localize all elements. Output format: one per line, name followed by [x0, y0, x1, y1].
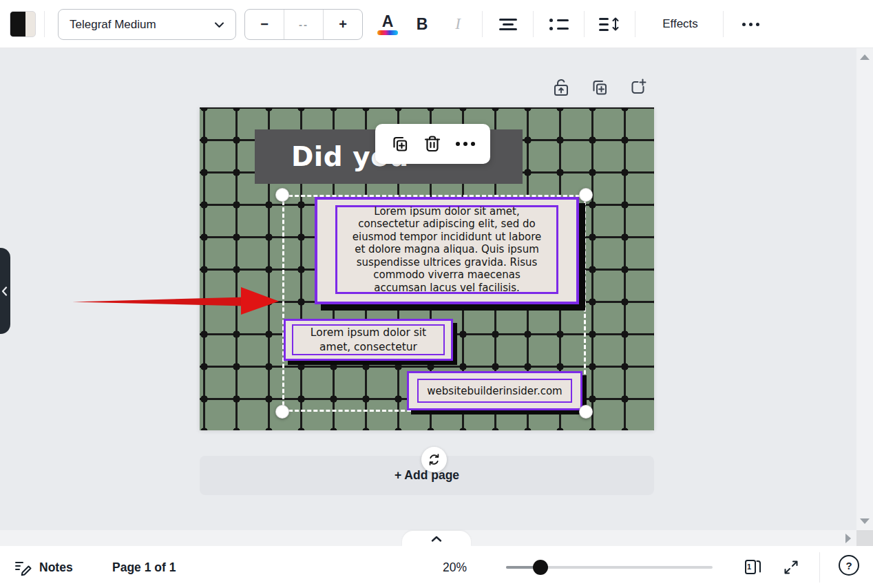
notes-icon: [14, 558, 32, 576]
notes-button[interactable]: Notes: [14, 554, 73, 580]
scroll-down-icon[interactable]: [860, 518, 870, 524]
help-button[interactable]: ?: [839, 555, 859, 576]
font-size-stepper: − -- +: [244, 9, 363, 40]
website-text-box[interactable]: websitebuilderinsider.com: [407, 371, 582, 410]
scroll-up-icon[interactable]: [860, 54, 870, 60]
paragraph-text-box[interactable]: Lorem ipsum dolor sit amet, consectetur …: [315, 197, 579, 304]
vertical-arrows-icon: [612, 16, 619, 32]
rotate-handle[interactable]: [421, 447, 447, 472]
toolbar-divider: [584, 11, 585, 37]
toolbar-more-button[interactable]: [734, 10, 767, 39]
zoom-slider-thumb[interactable]: [533, 560, 548, 575]
effects-button[interactable]: Effects: [646, 10, 715, 39]
duplicate-element-button[interactable]: [388, 132, 412, 156]
italic-button[interactable]: I: [448, 10, 468, 39]
toolbar-divider: [482, 11, 483, 37]
paragraph-inner-frame: Lorem ipsum dolor sit amet, consectetur …: [335, 205, 558, 294]
toolbar-divider: [533, 11, 534, 37]
selection-handle-bottom-left[interactable]: [275, 405, 289, 419]
fullscreen-button[interactable]: [777, 553, 806, 582]
text-color-swatch-button[interactable]: [10, 11, 36, 37]
status-bar: Notes Page 1 of 1 20% 1 ?: [0, 546, 873, 588]
timeline-expand-tab[interactable]: [402, 531, 471, 547]
text-align-button[interactable]: [496, 10, 520, 39]
page-actions: [551, 77, 649, 98]
text-color-letter: A: [382, 14, 394, 29]
element-context-toolbar: [375, 124, 490, 164]
chevron-down-icon: [214, 21, 224, 28]
selection-handle-top-right[interactable]: [579, 188, 593, 202]
scroll-right-icon[interactable]: [845, 534, 851, 543]
chevron-up-icon: [431, 536, 442, 543]
bullet-list-button[interactable]: [547, 10, 571, 39]
font-size-input[interactable]: --: [284, 10, 324, 39]
scrollbar-corner: [856, 530, 873, 546]
website-inner-frame: websitebuilderinsider.com: [417, 379, 572, 403]
element-more-button[interactable]: [454, 132, 477, 156]
selection-handle-bottom-right[interactable]: [579, 405, 593, 419]
bold-button[interactable]: B: [412, 10, 432, 39]
lock-button[interactable]: [551, 77, 571, 98]
selection-handle-top-left[interactable]: [275, 188, 289, 202]
rainbow-gradient-bar: [377, 30, 398, 35]
font-size-increase-button[interactable]: +: [324, 10, 362, 39]
page-count-label: Page 1 of 1: [112, 554, 176, 580]
font-family-value: Telegraf Medium: [70, 18, 156, 32]
chevron-left-icon: [1, 286, 8, 296]
grid-view-page-number: 1: [747, 563, 751, 571]
zoom-slider[interactable]: [506, 554, 713, 580]
toolbar-divider: [635, 11, 635, 37]
font-family-dropdown[interactable]: Telegraf Medium: [58, 9, 236, 40]
statusbar-divider: [819, 552, 820, 582]
arrow-right-icon: [71, 285, 279, 317]
align-center-icon: [499, 19, 517, 21]
paragraph-text: Lorem ipsum dolor sit amet, consectetur …: [353, 205, 541, 294]
more-icon: [456, 142, 475, 146]
zoom-percentage[interactable]: 20%: [443, 554, 467, 580]
vertical-scrollbar[interactable]: [856, 48, 873, 530]
design-page[interactable]: Did you Lorem ipsum dolor sit amet, cons…: [200, 107, 654, 430]
caption-text: Lorem ipsum dolor sit amet, consectetur: [311, 326, 426, 355]
trash-icon: [423, 134, 441, 154]
more-icon: [742, 23, 746, 26]
toolbar-divider: [723, 11, 724, 37]
unlock-icon: [552, 78, 570, 97]
website-text: websitebuilderinsider.com: [427, 385, 562, 397]
notes-label: Notes: [39, 560, 73, 575]
rotate-icon: [427, 452, 441, 467]
delete-element-button[interactable]: [421, 132, 444, 156]
duplicate-icon: [590, 78, 609, 97]
help-glyph: ?: [845, 560, 852, 571]
caption-inner-frame: Lorem ipsum dolor sit amet, consectetur: [292, 324, 445, 355]
canvas-workspace: Did you Lorem ipsum dolor sit amet, cons…: [0, 48, 856, 530]
bullet-list-icon: [549, 19, 569, 22]
duplicate-page-button[interactable]: [589, 77, 610, 98]
expand-icon: [782, 558, 800, 576]
line-spacing-button[interactable]: [595, 10, 622, 39]
grid-view-button[interactable]: 1: [738, 553, 767, 582]
toolbar-divider: [44, 11, 45, 37]
duplicate-icon: [390, 134, 410, 154]
pages-icon: [742, 557, 763, 578]
font-size-decrease-button[interactable]: −: [245, 10, 284, 39]
sidebar-collapse-tab[interactable]: [0, 248, 10, 334]
add-page-icon-button[interactable]: [628, 77, 649, 98]
text-color-button[interactable]: A: [376, 10, 399, 39]
new-page-icon: [629, 78, 648, 97]
line-spacing-icon: [599, 18, 609, 31]
red-annotation-arrow: [71, 285, 279, 317]
text-toolbar: Telegraf Medium − -- + A B I Effects: [0, 0, 873, 48]
caption-text-box[interactable]: Lorem ipsum dolor sit amet, consectetur: [284, 319, 453, 361]
